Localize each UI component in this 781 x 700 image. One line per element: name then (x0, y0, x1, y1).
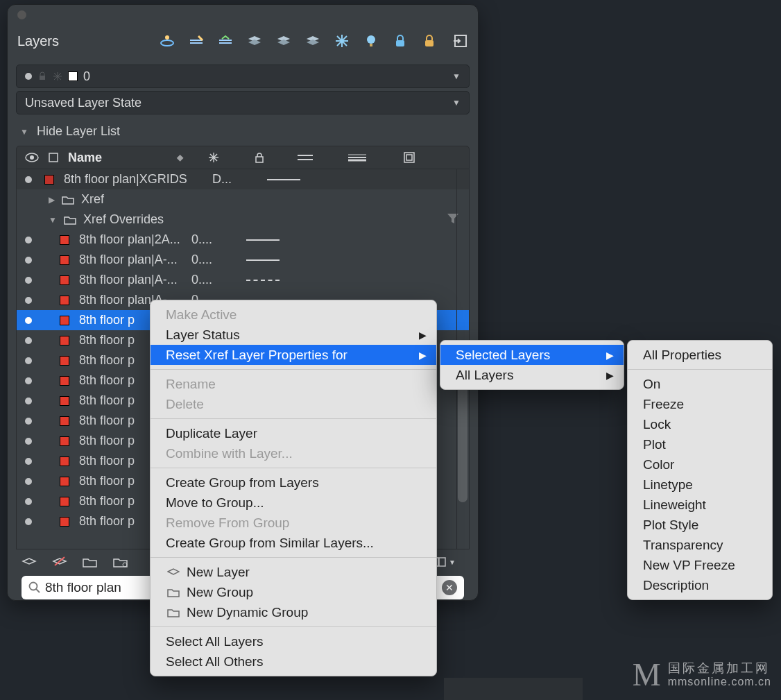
prop-lineweight[interactable]: Lineweight (628, 495, 772, 515)
prop-linetype[interactable]: Linetype (628, 475, 772, 495)
prop-lock[interactable]: Lock (628, 414, 772, 434)
layer-row[interactable]: 8th floor plan|A-...0.... (17, 270, 469, 290)
visible-dot-icon[interactable] (25, 317, 32, 324)
delete-layer-icon[interactable] (52, 556, 67, 568)
visible-dot-icon[interactable] (25, 237, 32, 244)
menu-new-dynamic-group[interactable]: New Dynamic Group (151, 602, 436, 622)
visible-dot-icon[interactable] (25, 458, 32, 465)
layer-edit-icon[interactable] (188, 33, 205, 49)
visible-dot-icon[interactable] (25, 377, 32, 384)
traffic-light-icon[interactable] (17, 10, 26, 19)
chevron-down-icon: ▼ (452, 98, 461, 108)
menu-layer-status[interactable]: Layer Status▶ (151, 325, 436, 345)
dock-icon[interactable] (453, 33, 468, 49)
menu-create-similar[interactable]: Create Group from Similar Layers... (151, 533, 436, 553)
prop-plot[interactable]: Plot (628, 434, 772, 454)
linetype-column-header[interactable] (287, 154, 323, 161)
new-layer-icon[interactable] (22, 556, 37, 568)
hide-layer-list-toggle[interactable]: ▼ Hide Layer List (8, 117, 478, 146)
prop-description[interactable]: Description (628, 575, 772, 595)
menu-move-group[interactable]: Move to Group... (151, 493, 436, 513)
visible-dot-icon[interactable] (25, 478, 32, 485)
menu-select-others[interactable]: Select All Others (151, 651, 436, 672)
color-swatch[interactable] (60, 376, 69, 386)
visible-dot-icon[interactable] (25, 337, 32, 344)
swatch-header-icon[interactable] (49, 153, 58, 162)
name-column-header[interactable]: Name ◆ (68, 151, 186, 165)
color-swatch[interactable] (60, 477, 69, 486)
visible-dot-icon[interactable] (25, 257, 32, 264)
plot-column-header[interactable] (391, 152, 427, 163)
prop-all[interactable]: All Properties (628, 345, 772, 365)
xref-group-row[interactable]: ▶ Xref (17, 189, 469, 210)
color-swatch[interactable] (60, 336, 69, 345)
submenu-all-layers[interactable]: All Layers▶ (440, 365, 624, 385)
visible-dot-icon[interactable] (25, 277, 32, 284)
menu-remove-group[interactable]: Remove From Group (151, 513, 436, 533)
menu-create-group[interactable]: Create Group from Layers (151, 472, 436, 493)
prop-color[interactable]: Color (628, 454, 772, 475)
menu-rename[interactable]: Rename (151, 374, 436, 394)
current-layer-select[interactable]: 0 ▼ (16, 65, 470, 88)
menu-new-layer[interactable]: New Layer (151, 562, 436, 582)
dynamic-folder-icon[interactable] (113, 556, 128, 567)
menu-delete[interactable]: Delete (151, 394, 436, 414)
visible-dot-icon[interactable] (25, 518, 32, 525)
color-swatch[interactable] (60, 497, 69, 506)
visible-dot-icon[interactable] (25, 438, 32, 445)
color-swatch[interactable] (60, 436, 69, 446)
freeze-column-header[interactable] (196, 152, 232, 163)
layer-snow-icon[interactable] (334, 33, 350, 49)
visible-dot-icon[interactable] (25, 357, 32, 364)
layer-stack2-icon[interactable] (275, 33, 292, 49)
visible-dot-icon[interactable] (25, 398, 32, 404)
prop-transparency[interactable]: Transparency (628, 535, 772, 555)
prop-on[interactable]: On (628, 374, 772, 394)
layer-stack1-icon[interactable] (246, 33, 263, 49)
menu-combine[interactable]: Combine with Layer... (151, 443, 436, 463)
layer-lock-gold-icon[interactable] (421, 33, 438, 49)
menu-duplicate[interactable]: Duplicate Layer (151, 423, 436, 443)
prop-newvp[interactable]: New VP Freeze (628, 555, 772, 575)
xref-overrides-group-row[interactable]: ▼ Xref Overrides (17, 210, 469, 230)
color-swatch[interactable] (60, 275, 69, 285)
scrollbar-thumb[interactable] (458, 370, 467, 502)
folder-icon (62, 195, 74, 205)
open-folder-icon[interactable] (83, 556, 98, 567)
menu-make-active[interactable]: Make Active (151, 305, 436, 325)
lock-column-header[interactable] (241, 152, 277, 163)
layer-state-select[interactable]: Unsaved Layer State ▼ (16, 91, 470, 114)
layer-row[interactable]: 8th floor plan|XGRIDS D... (17, 169, 469, 189)
color-swatch[interactable] (60, 396, 69, 406)
color-swatch[interactable] (60, 356, 69, 366)
color-swatch[interactable] (60, 416, 69, 426)
visible-dot-icon[interactable] (25, 418, 32, 425)
layer-transfer-icon[interactable] (217, 33, 234, 49)
color-swatch[interactable] (60, 296, 69, 305)
color-swatch[interactable] (44, 175, 54, 185)
color-swatch[interactable] (60, 255, 69, 265)
eye-icon[interactable] (25, 153, 39, 162)
clear-search-button[interactable]: ✕ (442, 580, 457, 595)
menu-select-all[interactable]: Select All Layers (151, 631, 436, 651)
prop-plotstyle[interactable]: Plot Style (628, 515, 772, 535)
layer-lock-blue-icon[interactable] (392, 33, 409, 49)
submenu-selected-layers[interactable]: Selected Layers▶ (440, 345, 624, 365)
layer-row[interactable]: 8th floor plan|A-...0.... (17, 250, 469, 270)
menu-new-group[interactable]: New Group (151, 582, 436, 602)
visible-dot-icon[interactable] (25, 297, 32, 304)
visible-dot-icon[interactable] (25, 176, 32, 183)
visible-dot-icon[interactable] (25, 498, 32, 505)
menu-reset-xref[interactable]: Reset Xref Layer Properties for▶ (151, 345, 436, 365)
color-swatch[interactable] (60, 456, 69, 466)
layer-bulb-icon[interactable] (363, 33, 379, 49)
color-swatch[interactable] (60, 235, 69, 245)
layer-disk-icon[interactable] (159, 33, 175, 49)
color-swatch[interactable] (60, 517, 69, 527)
prop-freeze[interactable]: Freeze (628, 394, 772, 414)
lineweight-column-header[interactable] (333, 153, 381, 162)
layer-stack3-icon[interactable] (304, 33, 321, 49)
command-bar (444, 678, 583, 700)
layer-row[interactable]: 8th floor plan|2A...0.... (17, 230, 469, 250)
color-swatch[interactable] (60, 316, 69, 325)
